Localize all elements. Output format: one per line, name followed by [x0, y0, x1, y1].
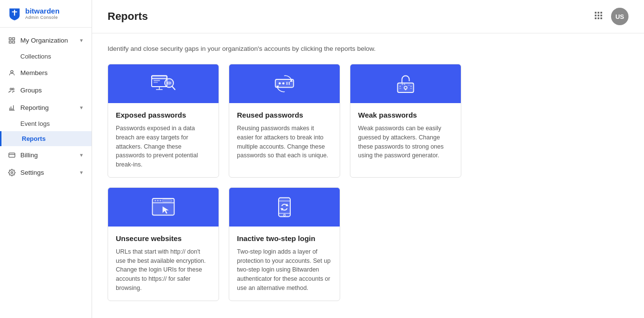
svg-point-39: [399, 86, 401, 87]
page-title: Reports: [108, 10, 592, 23]
bitwarden-logo-icon: [8, 7, 21, 20]
chevron-down-icon: ▼: [79, 152, 84, 158]
sidebar-item-label: Members: [20, 69, 47, 76]
sidebar-item-reports[interactable]: Reports: [0, 131, 92, 146]
card-desc-weak: Weak passwords can be easily guessed by …: [358, 124, 453, 160]
sidebar-item-event-logs[interactable]: Event logs: [0, 116, 92, 131]
svg-rect-1: [12, 37, 14, 39]
chevron-down-icon: ▼: [79, 170, 84, 175]
app-sub: Admin Console: [25, 15, 60, 20]
card-inactive-two-step[interactable]: Inactive two-step login Two-step login a…: [229, 187, 340, 301]
main-content: Reports US Identify and close security g…: [92, 0, 644, 318]
card-body-inactive: Inactive two-step login Two-step login a…: [229, 227, 340, 301]
card-exposed-passwords[interactable]: Exposed passwords Passwords exposed in a…: [108, 64, 219, 178]
card-desc-unsecure: URLs that start with http:// don't use t…: [116, 247, 211, 293]
sidebar-logo: bitwarden Admin Console: [0, 0, 92, 28]
app-name: bitwarden: [25, 7, 60, 15]
sidebar-item-members[interactable]: Members: [0, 64, 92, 81]
sidebar-item-label: Reporting: [20, 104, 49, 111]
reports-grid-bottom: Unsecure websites URLs that start with h…: [108, 187, 628, 301]
svg-point-28: [169, 82, 170, 83]
sidebar-item-label: Event logs: [20, 120, 50, 127]
page-subtitle: Identify and close security gaps in your…: [108, 45, 628, 52]
card-title-unsecure: Unsecure websites: [116, 234, 211, 242]
svg-point-9: [11, 171, 13, 173]
card-title-exposed: Exposed passwords: [116, 111, 211, 119]
card-weak-passwords[interactable]: **_— Weak passwords Weak passwords can b…: [350, 64, 461, 178]
svg-rect-38: [405, 89, 407, 91]
card-body-exposed: Exposed passwords Passwords exposed in a…: [108, 103, 219, 177]
svg-point-48: [160, 200, 161, 201]
sidebar: bitwarden Admin Console My Organization …: [0, 0, 92, 318]
sidebar-nav: My Organization ▼ Collections Members Gr…: [0, 28, 92, 318]
card-body-unsecure: Unsecure websites URLs that start with h…: [108, 227, 219, 301]
svg-point-5: [10, 88, 12, 90]
svg-rect-12: [600, 12, 602, 13]
billing-icon: [8, 151, 16, 159]
svg-rect-16: [595, 17, 597, 19]
reports-grid-top: Exposed passwords Passwords exposed in a…: [108, 64, 628, 178]
sidebar-logo-text: bitwarden Admin Console: [25, 7, 60, 20]
svg-rect-23: [154, 80, 160, 81]
svg-point-31: [283, 82, 285, 85]
sidebar-item-reporting[interactable]: Reporting ▼: [0, 99, 92, 116]
chevron-down-icon: ▼: [79, 105, 84, 110]
card-image-unsecure: [108, 188, 219, 227]
svg-point-46: [155, 200, 156, 201]
page-header: Reports US: [92, 0, 644, 33]
card-image-reused: [229, 64, 340, 103]
sidebar-item-label: Billing: [20, 151, 38, 159]
card-title-reused: Reused passwords: [237, 111, 332, 119]
card-title-inactive: Inactive two-step login: [237, 234, 332, 242]
reporting-icon: [8, 104, 16, 111]
svg-rect-7: [9, 153, 15, 157]
svg-rect-24: [154, 82, 158, 83]
svg-point-6: [12, 88, 14, 90]
svg-line-26: [172, 86, 175, 90]
sidebar-item-my-organization[interactable]: My Organization ▼: [0, 31, 92, 49]
sidebar-item-collections[interactable]: Collections: [0, 49, 92, 64]
groups-icon: [8, 86, 16, 94]
chevron-down-icon: ▼: [79, 38, 84, 43]
card-desc-reused: Reusing passwords makes it easier for at…: [237, 124, 332, 160]
user-avatar[interactable]: US: [611, 8, 628, 25]
card-body-reused: Reused passwords Reusing passwords makes…: [229, 103, 340, 168]
card-image-exposed: [108, 64, 219, 103]
grid-icon[interactable]: [592, 9, 605, 25]
svg-rect-2: [9, 41, 11, 43]
members-icon: [8, 69, 16, 76]
svg-rect-18: [600, 17, 602, 19]
svg-rect-10: [595, 12, 597, 13]
card-reused-passwords[interactable]: Reused passwords Reusing passwords makes…: [229, 64, 340, 178]
sidebar-item-settings[interactable]: Settings ▼: [0, 164, 92, 181]
card-desc-inactive: Two-step login adds a layer of protectio…: [237, 247, 332, 293]
sidebar-item-billing[interactable]: Billing ▼: [0, 146, 92, 164]
card-title-weak: Weak passwords: [358, 111, 453, 119]
svg-rect-15: [600, 15, 602, 16]
card-desc-exposed: Passwords exposed in a data breach are e…: [116, 124, 211, 169]
svg-point-41: [410, 86, 412, 87]
svg-rect-49: [163, 199, 172, 202]
sidebar-item-label: My Organization: [20, 37, 68, 44]
organization-icon: [8, 36, 16, 44]
sidebar-item-label: Groups: [20, 87, 42, 94]
card-unsecure-websites[interactable]: Unsecure websites URLs that start with h…: [108, 187, 219, 301]
card-image-inactive: [229, 188, 340, 227]
sidebar-item-label: Reports: [22, 135, 46, 142]
settings-icon: [8, 168, 16, 176]
svg-rect-50: [279, 197, 290, 216]
svg-rect-3: [12, 41, 14, 43]
sidebar-item-label: Settings: [20, 169, 44, 176]
sidebar-item-label: Collections: [20, 53, 51, 60]
svg-point-30: [279, 82, 281, 85]
svg-rect-13: [595, 15, 597, 16]
svg-rect-0: [9, 37, 11, 39]
header-actions: US: [592, 8, 628, 25]
svg-point-47: [157, 200, 158, 201]
svg-rect-20: [152, 76, 167, 79]
svg-point-4: [11, 70, 13, 73]
svg-rect-11: [597, 12, 599, 13]
page-content: Identify and close security gaps in your…: [92, 33, 644, 313]
sidebar-item-groups[interactable]: Groups: [0, 81, 92, 99]
svg-rect-17: [597, 17, 599, 19]
